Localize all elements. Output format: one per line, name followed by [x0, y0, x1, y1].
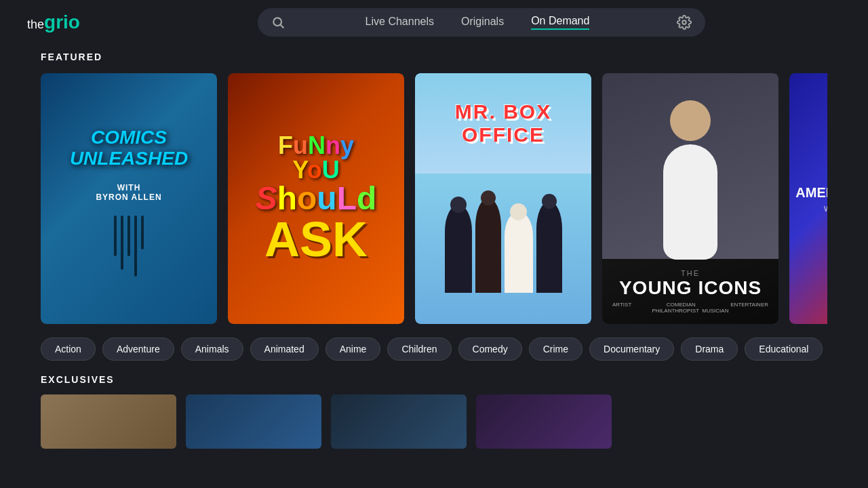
genre-anime[interactable]: Anime [326, 338, 381, 361]
card-comics-title: CoMICSUNLEASHED [63, 121, 195, 176]
featured-card-funny[interactable]: FuNny YoU ShouLd ASK [228, 73, 404, 324]
exclusives-card-3[interactable] [331, 394, 467, 449]
genre-documentary[interactable]: Documentary [589, 338, 674, 361]
exclusives-card-1[interactable] [41, 394, 176, 449]
featured-card-mr-box-office[interactable]: MR. BOX OFFICE [415, 73, 591, 324]
featured-title: FEATURED [41, 52, 827, 62]
settings-icon[interactable] [677, 15, 692, 30]
exclusives-card-4[interactable] [476, 394, 612, 449]
featured-section: FEATURED CoMICSUNLEASHED WITHBYRON ALLEN [41, 52, 827, 324]
featured-card-america[interactable]: AMERICA'S WITH [789, 73, 827, 324]
genre-children[interactable]: Children [387, 338, 451, 361]
card-young-title: THE [612, 269, 768, 277]
nav-on-demand[interactable]: On Demand [531, 15, 589, 30]
main-content: FEATURED CoMICSUNLEASHED WITHBYRON ALLEN [0, 45, 868, 449]
genre-comedy[interactable]: Comedy [458, 338, 522, 361]
header: thegrio Live Channels Originals On Deman… [0, 0, 868, 45]
nav-originals[interactable]: Originals [461, 16, 504, 29]
logo: thegrio [27, 12, 108, 33]
logo-the: the [27, 18, 44, 32]
card-mr-title: MR. BOX OFFICE [425, 94, 581, 153]
exclusives-row [41, 394, 827, 449]
card-comics-subtitle: WITHBYRON ALLEN [63, 183, 195, 202]
svg-point-2 [682, 20, 686, 24]
nav-live-channels[interactable]: Live Channels [366, 16, 434, 29]
featured-card-comics-unleashed[interactable]: CoMICSUNLEASHED WITHBYRON ALLEN [41, 73, 217, 324]
svg-line-1 [281, 25, 284, 28]
exclusives-card-2[interactable] [186, 394, 321, 449]
nav-bar: Live Channels Originals On Demand [258, 8, 705, 37]
search-icon[interactable] [271, 16, 285, 29]
nav-links: Live Channels Originals On Demand [292, 15, 663, 30]
logo-grio: grio [44, 12, 80, 33]
svg-point-0 [273, 18, 281, 26]
exclusives-section: EXCLUSIVES [41, 374, 827, 449]
genre-row: Action Adventure Animals Animated Anime … [41, 338, 827, 361]
genre-crime[interactable]: Crime [529, 338, 583, 361]
genre-educational[interactable]: Educational [745, 338, 823, 361]
genre-adventure[interactable]: Adventure [102, 338, 174, 361]
genre-action[interactable]: Action [41, 338, 96, 361]
genre-drama[interactable]: Drama [681, 338, 738, 361]
exclusives-title: EXCLUSIVES [41, 374, 827, 385]
featured-row: CoMICSUNLEASHED WITHBYRON ALLEN [41, 73, 827, 324]
featured-card-young-icons[interactable]: THE YOUNG ICONS ARTISTCOMEDIANENTERTAINE… [602, 73, 778, 324]
card-funny-title: FuNny YoU ShouLd ASK [256, 134, 377, 264]
genre-animated[interactable]: Animated [250, 338, 319, 361]
card-america-title: AMERICA'S [795, 185, 827, 201]
genre-animals[interactable]: Animals [181, 338, 243, 361]
